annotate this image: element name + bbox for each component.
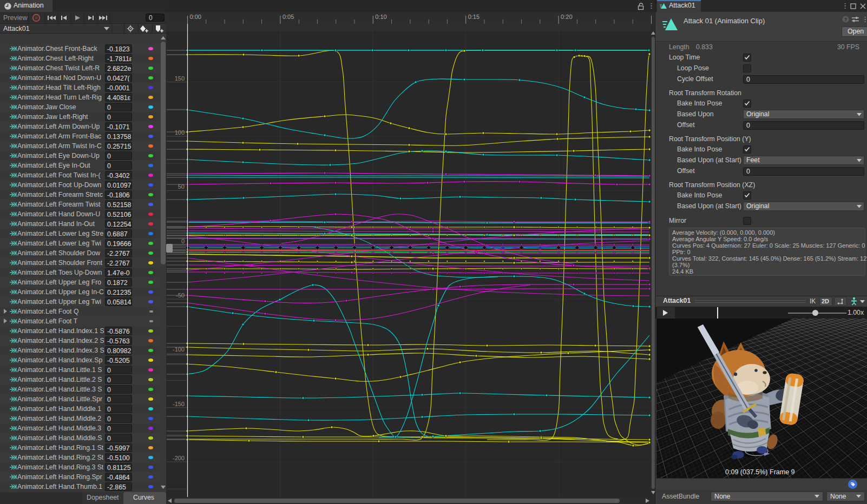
svg-text:?: ? bbox=[844, 17, 848, 22]
